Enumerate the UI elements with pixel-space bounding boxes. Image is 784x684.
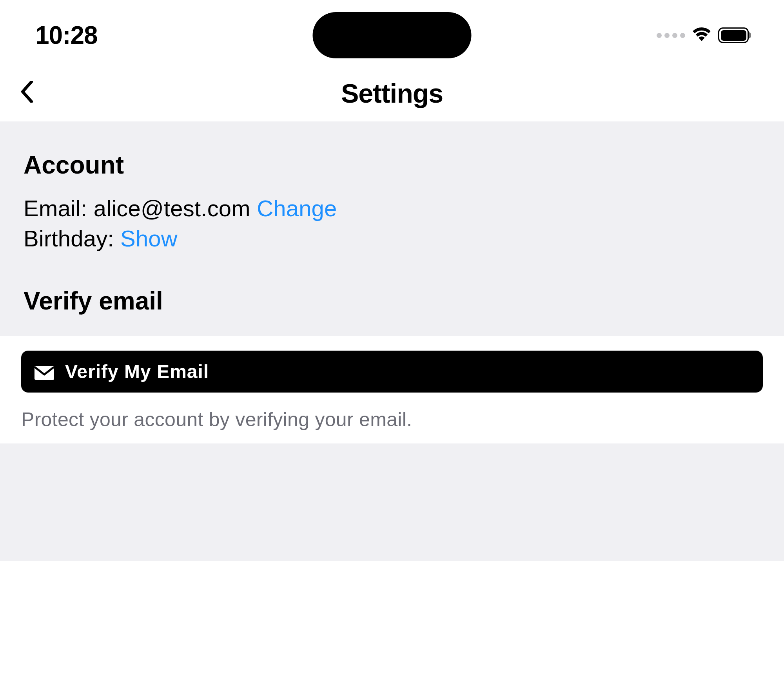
verify-email-heading: Verify email xyxy=(24,286,760,315)
status-time: 10:28 xyxy=(35,21,98,50)
back-button[interactable] xyxy=(20,81,34,104)
page-title: Settings xyxy=(341,78,443,109)
account-heading: Account xyxy=(24,150,760,179)
wifi-icon xyxy=(692,27,711,41)
birthday-row: Birthday: Show xyxy=(24,224,760,253)
verify-hint-text: Protect your account by verifying your e… xyxy=(21,408,763,431)
envelope-icon xyxy=(34,364,54,379)
verify-email-button[interactable]: Verify My Email xyxy=(21,351,763,393)
battery-icon xyxy=(718,27,749,43)
birthday-label: Birthday: xyxy=(24,226,120,251)
email-value: alice@test.com xyxy=(94,195,250,221)
navigation-bar: Settings xyxy=(0,71,784,121)
change-email-link[interactable]: Change xyxy=(257,195,337,221)
email-label: Email: xyxy=(24,195,94,221)
bottom-spacer xyxy=(0,443,784,561)
status-indicators xyxy=(657,27,749,43)
signal-strength-icon xyxy=(657,33,685,38)
email-row: Email: alice@test.com Change xyxy=(24,194,760,223)
verify-button-label: Verify My Email xyxy=(65,361,209,382)
verify-email-section: Verify My Email Protect your account by … xyxy=(0,336,784,443)
dynamic-island xyxy=(313,12,472,58)
show-birthday-link[interactable]: Show xyxy=(120,226,178,251)
status-bar: 10:28 xyxy=(0,0,784,71)
account-section: Account Email: alice@test.com Change Bir… xyxy=(0,121,784,336)
